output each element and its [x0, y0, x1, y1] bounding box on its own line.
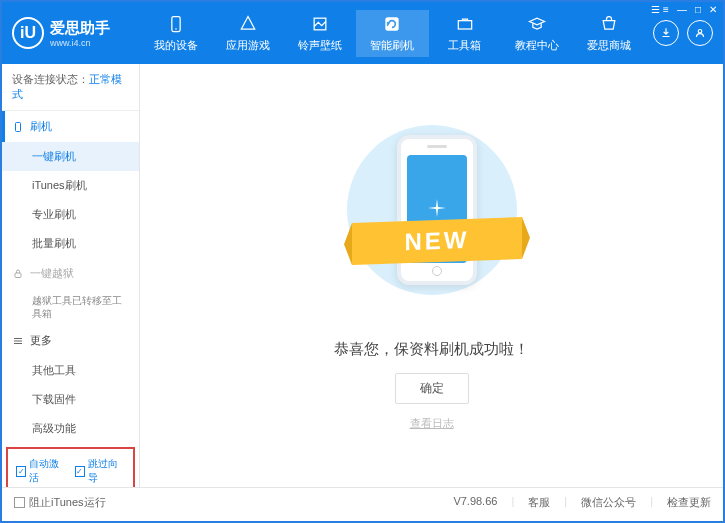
apps-icon: [238, 14, 258, 34]
app-title: 爱思助手: [50, 19, 110, 38]
phone-small-icon: [12, 121, 24, 133]
user-icon: [693, 26, 707, 40]
sidebar-item-batch-flash[interactable]: 批量刷机: [2, 229, 139, 258]
checkbox-empty-icon: [14, 497, 25, 508]
svg-rect-3: [386, 17, 399, 30]
logo-area: iU 爱思助手 www.i4.cn: [12, 17, 140, 49]
maximize-icon[interactable]: □: [695, 4, 701, 15]
checkmark-icon: ✓: [75, 466, 85, 477]
app-logo-icon: iU: [12, 17, 44, 49]
svg-rect-6: [16, 122, 21, 131]
download-icon: [659, 26, 673, 40]
jailbreak-note: 越狱工具已转移至工具箱: [2, 289, 139, 325]
app-url: www.i4.cn: [50, 38, 110, 48]
store-icon: [599, 14, 619, 34]
flash-icon: [382, 14, 402, 34]
section-flash[interactable]: 刷机: [2, 111, 139, 142]
lock-icon: [12, 268, 24, 280]
wechat-link[interactable]: 微信公众号: [581, 495, 636, 510]
shine-icon: [425, 197, 449, 221]
sidebar-item-other-tools[interactable]: 其他工具: [2, 356, 139, 385]
ok-button[interactable]: 确定: [395, 373, 469, 404]
checkbox-block-itunes[interactable]: 阻止iTunes运行: [14, 495, 106, 510]
support-link[interactable]: 客服: [528, 495, 550, 510]
success-illustration: NEW: [357, 130, 507, 310]
new-banner: NEW: [352, 217, 522, 265]
window-controls: ☰ ≡ — □ ✕: [651, 4, 717, 15]
connection-status: 设备连接状态：正常模式: [2, 64, 139, 111]
sidebar-item-advanced[interactable]: 高级功能: [2, 414, 139, 443]
sidebar: 设备连接状态：正常模式 刷机 一键刷机 iTunes刷机 专业刷机 批量刷机 一…: [2, 64, 140, 487]
sidebar-item-pro-flash[interactable]: 专业刷机: [2, 200, 139, 229]
user-button[interactable]: [687, 20, 713, 46]
nav-tabs: 我的设备 应用游戏 铃声壁纸 智能刷机 工具箱 教程中心 爱思商城: [140, 10, 645, 57]
nav-tab-toolbox[interactable]: 工具箱: [429, 10, 501, 57]
svg-rect-4: [458, 20, 471, 28]
menu-icon[interactable]: ☰ ≡: [651, 4, 669, 15]
svg-rect-7: [15, 273, 21, 278]
phone-icon: [166, 14, 186, 34]
nav-tab-flash[interactable]: 智能刷机: [356, 10, 428, 57]
section-more[interactable]: 更多: [2, 325, 139, 356]
checkbox-auto-activate[interactable]: ✓ 自动激活: [16, 457, 67, 485]
nav-tab-apps[interactable]: 应用游戏: [212, 10, 284, 57]
toolbox-icon: [455, 14, 475, 34]
minimize-icon[interactable]: —: [677, 4, 687, 15]
sidebar-item-oneclick-flash[interactable]: 一键刷机: [2, 142, 139, 171]
checkbox-skip-guide[interactable]: ✓ 跳过向导: [75, 457, 126, 485]
version-label: V7.98.66: [453, 495, 497, 510]
sidebar-item-download-firmware[interactable]: 下载固件: [2, 385, 139, 414]
nav-tab-tutorials[interactable]: 教程中心: [501, 10, 573, 57]
wallpaper-icon: [310, 14, 330, 34]
app-header: ☰ ≡ — □ ✕ iU 爱思助手 www.i4.cn 我的设备 应用游戏 铃声…: [2, 2, 723, 64]
close-icon[interactable]: ✕: [709, 4, 717, 15]
nav-tab-my-device[interactable]: 我的设备: [140, 10, 212, 57]
sidebar-item-itunes-flash[interactable]: iTunes刷机: [2, 171, 139, 200]
graduation-icon: [527, 14, 547, 34]
nav-tab-store[interactable]: 爱思商城: [573, 10, 645, 57]
view-log-link[interactable]: 查看日志: [410, 416, 454, 431]
nav-tab-ringtones[interactable]: 铃声壁纸: [284, 10, 356, 57]
svg-point-1: [175, 28, 177, 30]
svg-point-5: [698, 30, 702, 34]
checkmark-icon: ✓: [16, 466, 26, 477]
menu-lines-icon: [12, 335, 24, 347]
success-message: 恭喜您，保资料刷机成功啦！: [334, 340, 529, 359]
main-content: NEW 恭喜您，保资料刷机成功啦！ 确定 查看日志: [140, 64, 723, 487]
options-checkboxes: ✓ 自动激活 ✓ 跳过向导: [6, 447, 135, 487]
footer: 阻止iTunes运行 V7.98.66 | 客服 | 微信公众号 | 检查更新: [2, 487, 723, 517]
section-jailbreak[interactable]: 一键越狱: [2, 258, 139, 289]
check-update-link[interactable]: 检查更新: [667, 495, 711, 510]
download-button[interactable]: [653, 20, 679, 46]
